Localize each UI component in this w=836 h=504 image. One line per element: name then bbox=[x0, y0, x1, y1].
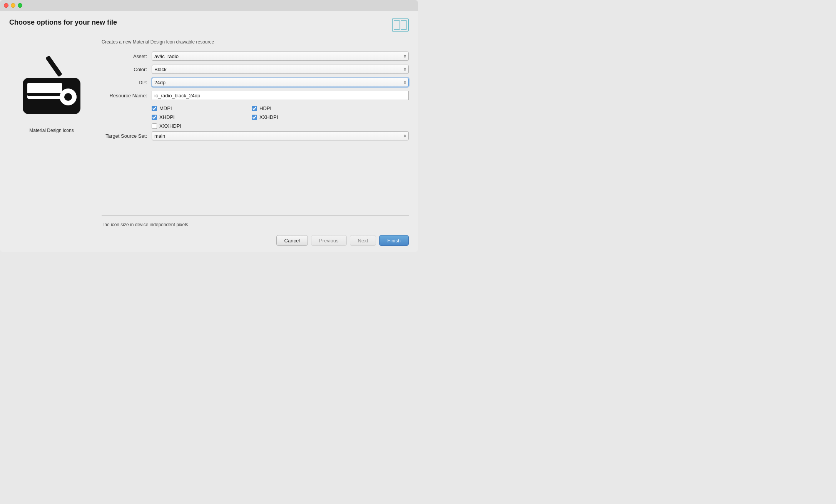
preview-label: Material Design Icons bbox=[29, 128, 74, 133]
svg-rect-2 bbox=[27, 83, 62, 99]
main-window: Choose options for your new file bbox=[0, 0, 418, 252]
form-section: Creates a new Material Design Icon drawa… bbox=[94, 39, 409, 232]
target-source-set-control: main test androidTest bbox=[152, 131, 409, 140]
dp-label: DP: bbox=[102, 80, 152, 85]
color-row: Color: Black White Grey bbox=[102, 65, 409, 74]
radio-svg-icon bbox=[19, 53, 84, 118]
content-area: Choose options for your new file bbox=[0, 11, 418, 252]
dp-control: 18dp 24dp 36dp 48dp bbox=[152, 78, 409, 87]
close-button[interactable] bbox=[4, 3, 8, 8]
color-select-wrapper: Black White Grey bbox=[152, 65, 409, 74]
target-source-set-label: Target Source Set: bbox=[102, 133, 152, 139]
preview-section: Material Design Icons bbox=[9, 39, 94, 232]
bottom-hint: The icon size in device independent pixe… bbox=[102, 222, 409, 227]
target-source-set-row: Target Source Set: main test androidTest bbox=[102, 131, 409, 140]
xhdpi-label[interactable]: XHDPI bbox=[159, 114, 175, 120]
xhdpi-checkbox[interactable] bbox=[152, 115, 157, 120]
page-title: Choose options for your new file bbox=[9, 18, 117, 27]
dp-select-wrapper: 18dp 24dp 36dp 48dp bbox=[152, 78, 409, 87]
asset-label: Asset: bbox=[102, 53, 152, 59]
xxxhdpi-checkbox-item: XXXHDPI bbox=[152, 123, 229, 129]
xxhdpi-label[interactable]: XXHDPI bbox=[259, 114, 278, 120]
color-control: Black White Grey bbox=[152, 65, 409, 74]
layout-toggle-icon[interactable] bbox=[392, 18, 409, 32]
layout-panel-right bbox=[401, 20, 407, 30]
xxhdpi-checkbox[interactable] bbox=[252, 115, 257, 120]
resource-name-row: Resource Name: bbox=[102, 91, 409, 100]
checkboxes-area: MDPI HDPI XHDPI XXHDPI bbox=[152, 105, 409, 129]
dp-select[interactable]: 18dp 24dp 36dp 48dp bbox=[152, 78, 409, 87]
resource-name-control bbox=[152, 91, 409, 100]
hdpi-checkbox[interactable] bbox=[252, 106, 257, 111]
resource-name-input[interactable] bbox=[152, 91, 409, 100]
svg-rect-0 bbox=[45, 55, 62, 77]
layout-panel-left bbox=[394, 20, 400, 30]
xxxhdpi-label[interactable]: XXXHDPI bbox=[159, 123, 181, 129]
dp-row: DP: 18dp 24dp 36dp 48dp bbox=[102, 78, 409, 87]
mdpi-label[interactable]: MDPI bbox=[159, 105, 172, 111]
mdpi-checkbox[interactable] bbox=[152, 106, 157, 111]
main-area: Material Design Icons Creates a new Mate… bbox=[9, 39, 409, 232]
form-subtitle: Creates a new Material Design Icon drawa… bbox=[102, 39, 409, 45]
finish-button[interactable]: Finish bbox=[379, 235, 409, 246]
minimize-button[interactable] bbox=[11, 3, 15, 8]
asset-select[interactable]: av/ic_radio av/ic_play av/ic_pause bbox=[152, 52, 409, 61]
asset-control: av/ic_radio av/ic_play av/ic_pause bbox=[152, 52, 409, 61]
hdpi-label[interactable]: HDPI bbox=[259, 105, 271, 111]
previous-button[interactable]: Previous bbox=[311, 235, 347, 246]
svg-point-5 bbox=[64, 93, 72, 101]
xxxhdpi-checkbox[interactable] bbox=[152, 123, 157, 129]
mdpi-checkbox-item: MDPI bbox=[152, 105, 229, 111]
resource-name-label: Resource Name: bbox=[102, 93, 152, 98]
icon-preview bbox=[13, 47, 90, 124]
header-row: Choose options for your new file bbox=[9, 18, 409, 32]
svg-rect-3 bbox=[27, 93, 62, 96]
source-set-select-wrapper: main test androidTest bbox=[152, 131, 409, 140]
asset-select-wrapper: av/ic_radio av/ic_play av/ic_pause bbox=[152, 52, 409, 61]
checkbox-grid: MDPI HDPI XHDPI XXHDPI bbox=[152, 105, 409, 129]
source-set-select[interactable]: main test androidTest bbox=[152, 131, 409, 140]
asset-row: Asset: av/ic_radio av/ic_play av/ic_paus… bbox=[102, 52, 409, 61]
next-button[interactable]: Next bbox=[350, 235, 376, 246]
color-select[interactable]: Black White Grey bbox=[152, 65, 409, 74]
hdpi-checkbox-item: HDPI bbox=[252, 105, 329, 111]
xhdpi-checkbox-item: XHDPI bbox=[152, 114, 229, 120]
xxhdpi-checkbox-item: XXHDPI bbox=[252, 114, 329, 120]
color-label: Color: bbox=[102, 67, 152, 72]
divider bbox=[102, 215, 409, 216]
title-bar bbox=[0, 0, 418, 11]
traffic-lights bbox=[4, 3, 22, 8]
cancel-button[interactable]: Cancel bbox=[276, 235, 308, 246]
footer-buttons: Cancel Previous Next Finish bbox=[9, 232, 409, 246]
maximize-button[interactable] bbox=[18, 3, 22, 8]
